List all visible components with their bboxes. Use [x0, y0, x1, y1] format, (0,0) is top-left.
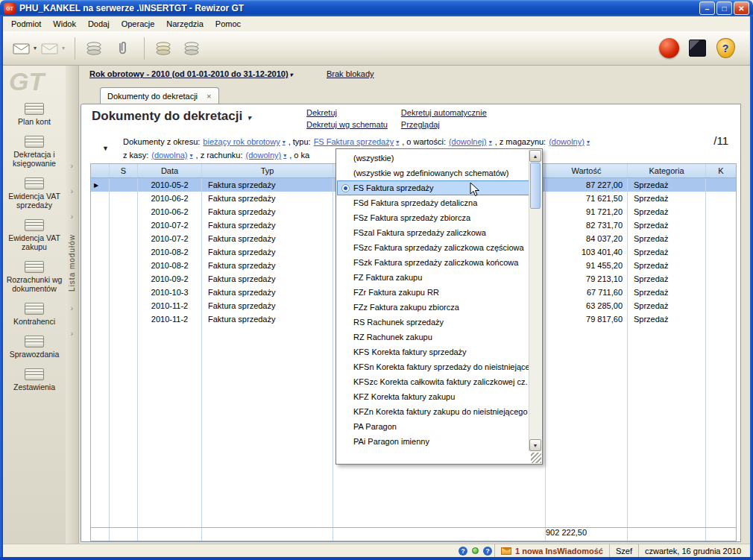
menu-item[interactable]: Widok — [47, 17, 82, 31]
dropdown-option[interactable]: RS Rachunek sprzedaży — [337, 315, 529, 330]
dropdown-option[interactable]: PA Paragon — [337, 419, 529, 434]
sidebar-module-item[interactable]: Plan kont — [4, 103, 64, 126]
lock-status-link[interactable]: Brak blokady — [327, 69, 374, 78]
tab-close-icon[interactable]: × — [207, 92, 211, 101]
cell-s — [110, 245, 138, 259]
help-icon[interactable]: ? — [483, 547, 492, 556]
dropdown-option[interactable]: RZ Rachunek zakupu — [337, 330, 529, 345]
dropdown-option[interactable]: PAi Paragon imienny — [337, 434, 529, 449]
dropdown-option[interactable]: FSz Faktura sprzedaży zbiorcza — [337, 210, 529, 225]
action-link[interactable]: Dekretuj automatycznie — [401, 108, 487, 120]
sidebar-module-item[interactable]: Zestawienia — [4, 368, 64, 391]
dropdown-option[interactable]: KFSzc Korekta całkowita faktury zaliczko… — [337, 374, 529, 389]
module-list-strip[interactable]: › › › Lista modułów › › — [66, 66, 79, 544]
menu-item[interactable]: Operacje — [116, 17, 161, 31]
dropdown-option[interactable]: FSd Faktura sprzedaży detaliczna — [337, 195, 529, 210]
dropdown-option[interactable]: FSzc Faktura sprzedaży zaliczkowa części… — [337, 240, 529, 255]
sidebar-module-item[interactable]: Rozrachunki wg dokumentów — [4, 261, 64, 293]
cell-wartosc: 91 455,20 — [546, 259, 628, 272]
sidebar-module-item[interactable]: Ewidencja VAT sprzedaży — [4, 177, 64, 210]
help-button[interactable]: ? — [713, 35, 738, 62]
cell-data: 2010-07-2 — [138, 232, 202, 245]
filter-value-value[interactable]: (dowolnej)▾ — [449, 137, 492, 146]
user-name: Szef — [616, 547, 632, 556]
insert-logo-button[interactable] — [656, 35, 681, 62]
action-link[interactable]: Przeglądaj — [401, 120, 487, 132]
resize-grip[interactable] — [531, 453, 541, 463]
filter-period-value[interactable]: bieżący rok obrotowy▾ — [203, 137, 285, 146]
sidebar-module-item[interactable]: Ewidencja VAT zakupu — [4, 219, 64, 251]
dropdown-option[interactable]: (wszystkie wg zdefiniowanych schematów) — [337, 166, 529, 180]
dropdown-option-label: PA Paragon — [353, 422, 397, 431]
reports-button[interactable] — [179, 35, 204, 62]
header-typ[interactable]: Typ — [202, 164, 333, 177]
dropdown-option[interactable]: FZr Faktura zakupu RR — [337, 285, 529, 300]
sidebar-module-item[interactable]: Dekretacja i księgowanie — [4, 136, 64, 168]
attachment-button[interactable] — [110, 35, 135, 62]
close-button[interactable]: ✕ — [734, 1, 749, 15]
dropdown-option[interactable]: KFZ Korekta faktury zakupu — [337, 389, 529, 404]
cell-s — [110, 312, 138, 326]
cell-k — [706, 218, 736, 232]
dropdown-option[interactable]: KFS Korekta faktury sprzedaży — [337, 345, 529, 359]
filter-account-value[interactable]: (dowolny)▾ — [246, 151, 287, 160]
help-icon[interactable]: ? — [459, 547, 467, 556]
action-link[interactable]: Dekretuj — [306, 108, 388, 120]
cell-data: 2010-08-2 — [138, 245, 202, 259]
menu-item[interactable]: Narzędzia — [160, 17, 209, 31]
dropdown-option[interactable]: KFZn Korekta faktury zakupu do nieistnie… — [337, 404, 529, 419]
minimize-button[interactable]: – — [699, 1, 715, 15]
scrollbar-thumb[interactable] — [530, 163, 541, 209]
header-k[interactable]: K — [706, 164, 736, 177]
package-button[interactable] — [684, 35, 710, 62]
dropdown-option[interactable]: FSzal Faktura sprzedaży zaliczkowa — [337, 225, 529, 240]
package-icon — [689, 40, 706, 57]
scroll-up-icon[interactable]: ▲ — [529, 150, 541, 162]
action-link[interactable]: Dekretuj wg schematu — [306, 120, 388, 132]
scroll-down-icon[interactable]: ▼ — [529, 439, 541, 451]
maximize-button[interactable]: □ — [716, 1, 732, 15]
dropdown-option[interactable]: FZz Faktura zakupu zbiorcza — [337, 300, 529, 315]
filter-collapse-icon[interactable]: ▼ — [102, 145, 109, 152]
dropdown-option[interactable]: KFSn Korekta faktury sprzedaży do nieist… — [337, 359, 529, 374]
page-title[interactable]: Dokumenty do dekretacji ▾ — [92, 109, 251, 124]
filter-warehouse-value[interactable]: (dowolny)▾ — [549, 137, 590, 146]
cell-typ: Faktura sprzedaży — [202, 218, 333, 232]
dropdown-option-label: KFSn Korekta faktury sprzedaży do nieist… — [353, 362, 539, 371]
tab-dokumenty-do-dekretacji[interactable]: Dokumenty do dekretacji × — [100, 87, 219, 104]
header-data[interactable]: Data — [138, 164, 202, 177]
inswiadomosc-segment[interactable]: 1 nowa InsWiadomość — [494, 544, 609, 557]
sidebar-module-item[interactable]: Sprawozdania — [4, 336, 64, 359]
app-window: GT PHU_KANKEL na serwerze .\INSERTGT - R… — [0, 0, 753, 560]
header-s[interactable]: S — [110, 164, 138, 177]
document-type-dropdown: (wszystkie) (wszystkie wg zdefiniowanych… — [335, 148, 543, 465]
print-button[interactable] — [151, 35, 176, 62]
tab-label: Dokumenty do dekretacji — [107, 92, 198, 101]
new-message-button[interactable]: ▾ — [40, 35, 66, 62]
titlebar[interactable]: GT PHU_KANKEL na serwerze .\INSERTGT - R… — [0, 0, 753, 16]
cell-s — [110, 272, 138, 286]
module-icon — [25, 219, 44, 231]
send-message-button[interactable]: ▾ — [12, 35, 37, 62]
menu-item[interactable]: Dodaj — [82, 17, 116, 31]
dropdown-option[interactable]: (wszystkie) — [337, 151, 529, 166]
header-kategoria[interactable]: Kategoria — [628, 164, 706, 177]
dropdown-option[interactable]: FZ Faktura zakupu — [337, 270, 529, 285]
fiscal-year-link[interactable]: Rok obrotowy - 2010 (od 01-01-2010 do 31… — [89, 69, 293, 78]
filter-cash-value[interactable]: (dowolna)▾ — [151, 151, 192, 160]
sidebar-module-item[interactable]: Kontrahenci — [4, 303, 64, 326]
filter-label: , typu: — [289, 137, 311, 146]
dropdown-option-label: FZz Faktura zakupu zbiorcza — [353, 303, 459, 312]
menu-item[interactable]: Podmiot — [5, 17, 47, 31]
window-border-bottom — [0, 557, 753, 560]
message-text[interactable]: 1 nowa InsWiadomość — [515, 547, 603, 556]
cell-s — [110, 232, 138, 245]
dropdown-option[interactable]: FSzk Faktura sprzedaży zaliczkowa końcow… — [337, 255, 529, 270]
dropdown-option[interactable]: FS Faktura sprzedaży — [337, 180, 529, 195]
documents-stack-button[interactable] — [81, 35, 107, 62]
cell-kategoria: Sprzedaż — [628, 232, 706, 245]
dropdown-scrollbar[interactable]: ▲ ▼ — [529, 150, 541, 451]
header-wartosc[interactable]: Wartość — [546, 164, 628, 177]
menu-item[interactable]: Pomoc — [209, 17, 247, 31]
filter-type-value[interactable]: FS Faktura sprzedaży▾ — [314, 137, 400, 146]
